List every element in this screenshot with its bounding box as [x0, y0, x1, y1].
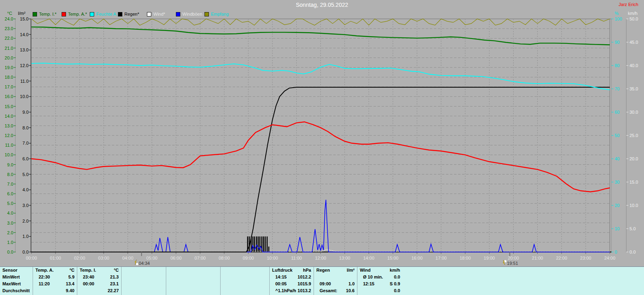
cell-time: Durchschnitt [2, 287, 30, 294]
table-header-cell: Regenl/m² [314, 267, 357, 274]
axis-humidity-right [611, 19, 613, 252]
table-cell: 00:051015.9 [270, 281, 314, 287]
axis-wind-right-label: 10.0 [630, 203, 638, 208]
axis-rain-left-label: 11.0 [20, 79, 29, 84]
stats-table: SensorMinWertMaxWertDurchschnittTemp. A.… [0, 266, 644, 295]
table-header-cell [122, 267, 166, 274]
table-row-label: Durchschnitt [0, 287, 33, 294]
table-cell [221, 281, 269, 287]
table-row-label: MinWert [0, 274, 33, 281]
axis-temp-left-label: 14.0 [5, 114, 13, 119]
axis-wind-right-label: 15.0 [630, 180, 638, 184]
axis-temp-left [14, 19, 16, 252]
weather-chart: 0.01.02.03.04.05.06.07.08.09.010.011.012… [0, 0, 644, 266]
rain-bar [256, 236, 257, 252]
axis-rain-left-label: 9.0 [23, 110, 29, 115]
x-tick-label: 21:00 [532, 256, 543, 260]
cell-value: °C [70, 267, 74, 274]
axis-humidity-right-label: 60 [615, 110, 619, 115]
x-tick-label: 20:00 [508, 256, 519, 260]
table-cell: 00:0023.1 [77, 281, 121, 287]
rain-bar [258, 236, 259, 252]
cell-time [360, 287, 363, 294]
axis-rain-left-label: 8.0 [23, 125, 29, 130]
grid-lines [31, 19, 610, 252]
rain-bar [265, 236, 266, 252]
x-tick-label: 18:00 [460, 256, 471, 260]
cell-value: °C [114, 267, 119, 274]
table-col-regen: Regenl/m²09:001.0Gesamt:10.6 [314, 267, 357, 295]
rain-bar [259, 236, 260, 252]
axis-rain-left-label: 2.0 [23, 219, 29, 223]
wind-axis-unit: km/h [628, 11, 638, 16]
axis-wind-right-label: 30.0 [630, 110, 638, 115]
table-header-cell: Temp. I.°C [77, 267, 121, 274]
table-cell [166, 287, 220, 294]
cell-value: 1015.9 [297, 281, 311, 287]
table-col-temp-a: Temp. A.°C22:305.911:2013.49.40 [33, 267, 77, 295]
axis-wind-right-label: 25.0 [630, 133, 638, 138]
table-cell [166, 274, 220, 281]
temp-axis-unit: °C [7, 11, 12, 16]
x-tick-label: 02:00 [74, 256, 85, 260]
axis-humidity-right-label: 80 [615, 63, 619, 68]
cell-value: 22.27 [107, 287, 119, 294]
axis-temp-left-label: 7.0 [7, 182, 13, 186]
table-cell: 22.27 [77, 287, 121, 294]
axis-wind-right-label: 45.0 [630, 40, 638, 45]
x-tick-label: 22:00 [556, 256, 567, 260]
axis-wind-right-label: 35.0 [630, 86, 638, 91]
axis-humidity-right-label: 10 [615, 226, 619, 231]
cell-value: 0.0 [394, 287, 400, 294]
cell-time [316, 274, 320, 281]
axis-temp-left-label: 18.0 [5, 75, 13, 80]
axis-temp-left-label: 9.0 [7, 162, 13, 167]
axis-humidity-right-label: 40 [615, 156, 619, 161]
table-cell [166, 281, 220, 287]
cell-time [169, 287, 172, 294]
table-cell: 09:001.0 [314, 281, 357, 287]
table-header-cell: Windkm/h [357, 267, 402, 274]
axis-humidity-right-label: 0 [615, 250, 617, 254]
x-tick-label: 15:00 [387, 256, 398, 260]
table-cell [221, 287, 269, 294]
axis-temp-left-label: 8.0 [7, 172, 13, 177]
axis-rain-left-label: 1.0 [23, 234, 29, 239]
cell-time: Temp. I. [80, 267, 96, 274]
table-cell: 12:15S 0.9 [357, 281, 402, 287]
axis-rain-left-label: 13.0 [20, 47, 29, 52]
table-filler [402, 267, 644, 295]
cell-time [80, 287, 83, 294]
cell-value: 13.4 [66, 281, 74, 287]
cell-value: 0.0 [394, 274, 400, 281]
cell-time [124, 281, 127, 287]
axis-humidity-right-label: 100 [615, 16, 622, 21]
cell-time: Luftdruck [272, 267, 293, 274]
cell-value: 1012.2 [297, 274, 311, 281]
sunrise-time-label: 04:34 [139, 261, 150, 266]
rain-bar [263, 236, 264, 252]
table-cell: 14:151012.2 [270, 274, 314, 281]
x-tick-label: 14:00 [363, 256, 374, 260]
cell-time: 00:05 [272, 281, 287, 287]
x-tick-label: 00:00 [26, 256, 37, 260]
table-cell [221, 274, 269, 281]
table-col-wind: Windkm/hØ 10 min.0.012:15S 0.90.0 [357, 267, 402, 295]
axis-temp-left-label: 13.0 [5, 123, 13, 128]
x-tick-label: 11:00 [291, 256, 302, 260]
axis-temp-left-label: 3.0 [7, 221, 13, 225]
cell-value: km/h [390, 267, 400, 274]
table-col-luftdruck: LuftdruckhPa14:151012.200:051015.9^1.1hP… [270, 267, 314, 295]
axis-rain-left-label: 3.0 [23, 203, 29, 208]
axis-temp-left-label: 19.0 [5, 65, 13, 70]
cell-time: Wind [360, 267, 371, 274]
x-tick-label: 04:00 [122, 256, 134, 260]
axis-wind-right [626, 19, 628, 252]
cell-value: 23.1 [110, 281, 119, 287]
rain-bars [247, 236, 269, 252]
table-cell: Gesamt:10.6 [314, 287, 357, 294]
table-cell: Ø 10 min.0.0 [357, 274, 402, 281]
cell-value: 1013.2 [297, 287, 311, 294]
table-cell [122, 281, 166, 287]
table-header-cell [166, 267, 220, 274]
